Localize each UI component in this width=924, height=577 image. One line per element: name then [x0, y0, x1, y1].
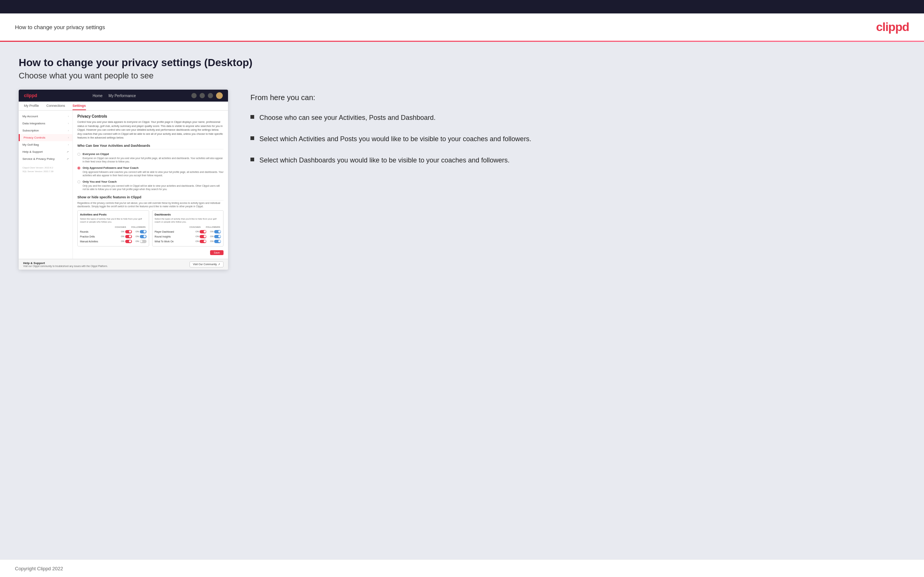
mock-avatar [216, 92, 223, 99]
mock-help-desc: Visit our Clippd community to troublesho… [23, 265, 189, 268]
mock-who-title: Who Can See Your Activities and Dashboar… [78, 144, 223, 149]
mock-radio-circle-followers [78, 166, 80, 169]
mock-sidebar-account: My Account› [19, 113, 73, 120]
mock-tabs: My Profile Connections Settings [19, 102, 228, 111]
mock-radio-group: Everyone on Clippd Everyone on Clippd ca… [78, 152, 223, 191]
mock-radio-everyone: Everyone on Clippd Everyone on Clippd ca… [78, 152, 223, 163]
mock-radio-text-everyone: Everyone on Clippd Everyone on Clippd ca… [82, 152, 223, 163]
logo: clippd [876, 20, 909, 34]
mock-radio-followers-coach: Only Approved Followers and Your Coach O… [78, 166, 223, 177]
mock-tab-settings: Settings [73, 104, 86, 110]
bullet-square-3 [250, 158, 254, 161]
mock-toggles-section: Activities and Posts Select the types of… [78, 210, 223, 247]
mock-sidebar-golf-bag: My Golf Bag› [19, 141, 73, 148]
mock-help-section: Help & Support Visit our Clippd communit… [19, 259, 228, 270]
mock-sidebar-privacy-controls: Privacy Controls› [19, 134, 73, 141]
screenshot-mockup: clippd Home My Performance My Profile Co… [19, 90, 228, 270]
mock-nav-performance: My Performance [108, 94, 136, 98]
mock-toggle-round-insights: Round Insights ON ON [155, 234, 221, 239]
right-heading: From here you can: [250, 93, 905, 102]
mock-nav-logo: clippd [24, 93, 37, 98]
mock-activities-panel: Activities and Posts Select the types of… [78, 210, 149, 247]
content-row: clippd Home My Performance My Profile Co… [19, 90, 905, 270]
footer-text: Copyright Clippd 2022 [15, 566, 63, 571]
mock-nav-home: Home [93, 94, 103, 98]
header: How to change your privacy settings clip… [0, 13, 924, 41]
mock-radio-circle-onlyyou [78, 181, 80, 184]
mock-privacy-title: Privacy Controls [78, 114, 223, 118]
mock-nav: clippd Home My Performance [19, 90, 228, 102]
mock-sidebar-service-privacy: Service & Privacy Policy [19, 155, 73, 163]
bullet-text-2: Select which Activities and Posts you wo… [259, 134, 531, 144]
mock-search-icon [191, 93, 197, 98]
mock-help-title: Help & Support [23, 261, 189, 265]
mock-tab-connections: Connections [46, 104, 65, 110]
mock-radio-circle-everyone [78, 153, 80, 156]
mock-sidebar-help: Help & Support [19, 148, 73, 155]
mock-dashboards-panel: Dashboards Select the types of activity … [152, 210, 224, 247]
header-title: How to change your privacy settings [15, 24, 105, 30]
mock-sidebar: My Account› Data Integrations› Subscript… [19, 111, 73, 259]
bullet-text-1: Choose who can see your Activities, Post… [259, 113, 435, 122]
right-panel: From here you can: Choose who can see yo… [250, 90, 905, 166]
mock-toggle-what-to-work-on: What To Work On ON ON [155, 239, 221, 244]
mock-radio-only-you: Only You and Your Coach Only you and the… [78, 180, 223, 191]
mock-sidebar-subscription: Subscription› [19, 127, 73, 134]
mock-radio-text-onlyyou: Only You and Your Coach Only you and the… [82, 180, 223, 191]
mock-toggle-rounds: Rounds ON ON [80, 229, 147, 234]
bullet-text-3: Select which Dashboards you would like t… [259, 156, 509, 165]
mock-share-icon [200, 93, 205, 98]
mock-settings-icon [208, 93, 213, 98]
mock-radio-text-followers: Only Approved Followers and Your Coach O… [82, 166, 223, 177]
mock-tab-profile: My Profile [24, 104, 39, 110]
mock-save-button[interactable]: Save [210, 250, 223, 255]
footer: Copyright Clippd 2022 [0, 559, 924, 577]
mock-body: My Account› Data Integrations› Subscript… [19, 111, 228, 259]
mock-nav-links: Home My Performance [93, 94, 136, 98]
bullet-list: Choose who can see your Activities, Post… [250, 113, 905, 166]
bullet-square-1 [250, 115, 254, 119]
mock-nav-icons [191, 92, 223, 99]
mock-toggle-player-dashboard: Player Dashboard ON ON [155, 229, 221, 234]
main-content: How to change your privacy settings (Des… [0, 42, 924, 559]
mock-show-hide-title: Show or hide specific features in Clippd [78, 195, 223, 201]
top-bar [0, 0, 924, 13]
mock-main-panel: Privacy Controls Control how you and you… [73, 111, 228, 259]
mock-show-hide-desc: Regardless of the privacy controls that … [78, 201, 223, 208]
page-title: How to change your privacy settings (Des… [19, 57, 905, 69]
mock-sidebar-footer: Clippd Client Version: 2022.8.2 SQL Serv… [19, 163, 73, 175]
mock-toggle-manual: Manual Activities ON ON [80, 239, 147, 244]
page-subtitle: Choose what you want people to see [19, 71, 905, 81]
bullet-item-3: Select which Dashboards you would like t… [250, 156, 905, 165]
bullet-square-2 [250, 136, 254, 140]
bullet-item-2: Select which Activities and Posts you wo… [250, 134, 905, 144]
mock-sidebar-data-integrations: Data Integrations› [19, 120, 73, 127]
mock-privacy-desc: Control how you and your data appears to… [78, 120, 223, 140]
external-link-icon: ↗ [218, 263, 220, 266]
mock-visit-community-button[interactable]: Visit Our Community ↗ [189, 261, 223, 268]
bullet-item-1: Choose who can see your Activities, Post… [250, 113, 905, 122]
mock-save-row: Save [78, 250, 223, 255]
mock-toggle-practice-drills: Practice Drills ON ON [80, 234, 147, 239]
